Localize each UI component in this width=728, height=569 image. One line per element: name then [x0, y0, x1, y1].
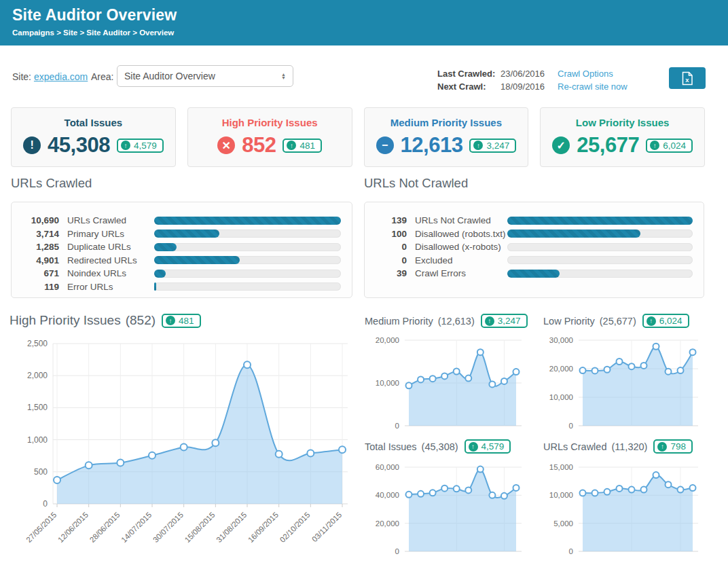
bar-track — [154, 256, 341, 264]
svg-text:20,000: 20,000 — [376, 519, 399, 528]
bar-track — [154, 243, 341, 251]
url-label: Primary URLs — [67, 229, 154, 239]
delta-badge: ↑6,024 — [642, 314, 689, 328]
high-priority-issues-chart[interactable]: 05001,0001,5002,0002,50027/05/201512/06/… — [5, 333, 353, 559]
svg-text:2,000: 2,000 — [27, 371, 48, 380]
url-label: Noindex URLs — [67, 268, 154, 278]
bar-track — [507, 256, 693, 264]
bar-track — [154, 230, 341, 238]
low-priority-chart-header: Low Priority(25,677)↑6,024 — [543, 314, 689, 328]
svg-text:20,000: 20,000 — [549, 365, 573, 373]
url-label: URLs Not Crawled — [415, 215, 507, 225]
svg-text:20,000: 20,000 — [376, 336, 399, 344]
stat-card-total-issues[interactable]: Total Issues!45,308↑4,579 — [11, 107, 176, 167]
stat-card-value: 12,613 — [401, 133, 463, 158]
svg-text:0: 0 — [569, 547, 573, 555]
bar-fill — [154, 243, 177, 251]
up-arrow-icon: ↑ — [121, 141, 130, 150]
svg-text:02/10/2015: 02/10/2015 — [278, 511, 312, 544]
stat-card-value-row: ✓25,677↑6,024 — [541, 133, 704, 158]
up-arrow-icon: ↑ — [657, 442, 667, 452]
bar-track — [154, 270, 341, 278]
bar-fill — [154, 256, 240, 264]
url-count: 39 — [371, 268, 407, 278]
svg-text:15/08/2015: 15/08/2015 — [183, 511, 217, 544]
bar-track — [507, 270, 693, 278]
stat-card-title: High Priority Issues — [188, 117, 352, 128]
delta-value: 3,247 — [498, 316, 521, 326]
url-stat-row: 0Disallowed (x-robots) — [371, 240, 693, 254]
up-arrow-icon: ↑ — [473, 141, 483, 150]
delta-value: 6,024 — [663, 141, 686, 151]
svg-text:27/05/2015: 27/05/2015 — [24, 511, 58, 544]
up-arrow-icon: ↑ — [469, 442, 478, 452]
stat-card-high-priority-issues[interactable]: High Priority Issues✕852↑481 — [187, 107, 352, 167]
svg-text:12/06/2015: 12/06/2015 — [56, 511, 90, 544]
delta-badge: ↑4,579 — [465, 439, 511, 454]
urls-crawled-chart[interactable]: 05,00010,00015,000 — [543, 456, 704, 569]
svg-text:0: 0 — [395, 547, 399, 555]
delta-badge: ↑481 — [162, 314, 201, 328]
area-label: Area: — [91, 71, 113, 82]
svg-text:10,000: 10,000 — [549, 491, 573, 499]
bar-track — [154, 282, 341, 291]
bar-track — [507, 217, 693, 225]
url-count: 0 — [371, 255, 407, 265]
site-link[interactable]: expedia.com — [34, 71, 88, 82]
site-auditor-page: Site Auditor Overview Campaigns > Site >… — [0, 0, 728, 569]
url-label: Error URLs — [67, 282, 154, 292]
url-count: 139 — [371, 215, 407, 225]
chart-title: Total Issues — [365, 441, 417, 452]
stat-card-low-priority-issues[interactable]: Low Priority Issues✓25,677↑6,024 — [540, 107, 705, 167]
svg-text:40,000: 40,000 — [376, 491, 399, 499]
check-circle-icon: ✓ — [552, 136, 570, 154]
stat-card-title: Medium Priority Issues — [365, 117, 528, 128]
bar-fill — [507, 230, 640, 238]
url-count: 119 — [18, 282, 59, 292]
delta-value: 481 — [179, 316, 194, 326]
stat-card-value-row: ✕852↑481 — [188, 133, 352, 158]
bar-fill — [154, 217, 341, 225]
total-issues-chart[interactable]: 020,00040,00060,000 — [364, 456, 524, 569]
delta-badge: ↑798 — [653, 439, 693, 454]
bar-track — [154, 217, 341, 225]
chart-title: Medium Priority — [365, 316, 433, 327]
chart-count: (25,677) — [600, 316, 636, 327]
breadcrumb[interactable]: Campaigns > Site > Site Auditor > Overvi… — [12, 29, 174, 37]
area-select[interactable]: Site Auditor Overview ▲ ▼ — [117, 65, 293, 87]
url-stat-row: 10,690URLs Crawled — [18, 214, 341, 227]
bar-fill — [154, 270, 166, 278]
delta-value: 3,247 — [486, 141, 509, 151]
svg-text:03/11/2015: 03/11/2015 — [310, 511, 344, 544]
urls-not-crawled-section-title: URLs Not Crawled — [364, 176, 468, 191]
medium-priority-chart[interactable]: 010,00020,000 — [364, 331, 524, 430]
site-label: Site: — [12, 71, 31, 82]
chart-title: URLs Crawled — [543, 441, 606, 452]
url-label: Redirected URLs — [67, 255, 154, 265]
urls-not-crawled-panel: 139URLs Not Crawled100Disallowed (robots… — [364, 202, 704, 298]
url-stat-row: 0Excluded — [371, 254, 693, 268]
stat-card-value-row: −12,613↑3,247 — [365, 133, 528, 158]
low-priority-chart[interactable]: 010,00020,00030,000 — [543, 331, 704, 430]
recrawl-site-link[interactable]: Re-crawl site now — [558, 80, 627, 93]
url-label: Excluded — [415, 255, 507, 265]
svg-text:0: 0 — [43, 499, 48, 509]
site-field: Site: expedia.com — [12, 71, 88, 82]
delta-value: 4,579 — [481, 441, 505, 452]
caret-down-icon: ▼ — [281, 76, 286, 80]
url-count: 1,285 — [18, 242, 59, 252]
stat-card-value: 45,308 — [48, 133, 110, 158]
stat-card-title: Total Issues — [12, 117, 175, 128]
delta-badge: ↑3,247 — [469, 139, 516, 153]
medium-priority-plot: 010,00020,000 — [364, 331, 524, 430]
url-label: Disallowed (robots.txt) — [415, 229, 507, 239]
crawl-options-link[interactable]: Crawl Options — [558, 67, 613, 80]
stat-card-medium-priority-issues[interactable]: Medium Priority Issues−12,613↑3,247 — [364, 107, 529, 167]
svg-text:2,500: 2,500 — [27, 339, 48, 348]
url-count: 0 — [371, 242, 407, 252]
delta-badge: ↑481 — [283, 139, 322, 153]
svg-text:28/06/2015: 28/06/2015 — [88, 511, 122, 544]
export-button[interactable]: x — [669, 67, 706, 89]
chart-count: (11,320) — [611, 441, 647, 452]
url-stat-row: 39Crawl Errors — [371, 267, 693, 280]
